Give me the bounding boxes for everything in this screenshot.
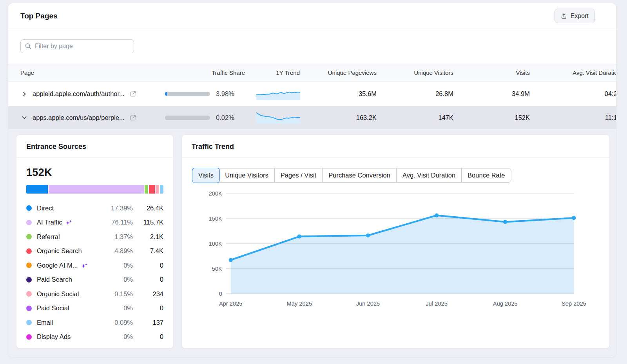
page-link[interactable]: appleid.apple.com/auth/author... xyxy=(33,90,125,98)
chevron-down-icon[interactable] xyxy=(21,114,27,121)
x-axis-label: Jul 2025 xyxy=(426,301,448,307)
tab-unique-visitors[interactable]: Unique Visitors xyxy=(219,168,274,182)
legend-percent: 0% xyxy=(101,333,133,340)
trend-chart-svg: 050K100K150K200KApr 2025May 2025Jun 2025… xyxy=(192,188,599,315)
legend-label: Email xyxy=(37,319,53,326)
ai-sparkles-icon xyxy=(65,219,72,226)
tab-pages-visit[interactable]: Pages / Visit xyxy=(274,168,322,182)
visits-value: 152K xyxy=(458,114,535,121)
legend-percent: 0.15% xyxy=(101,290,133,298)
legend-value: 26.4K xyxy=(133,205,163,212)
page-link[interactable]: apps.apple.com/us/app/perple... xyxy=(33,114,125,121)
traffic-trend-title: Traffic Trend xyxy=(192,143,600,151)
legend-value: 234 xyxy=(133,290,163,298)
tab-bounce-rate[interactable]: Bounce Rate xyxy=(461,168,511,182)
trend-sparkline xyxy=(256,86,300,102)
legend-percent: 1.37% xyxy=(101,233,133,241)
column-header-unique-pageviews: Unique Pageviews xyxy=(307,69,381,76)
trend-chart-point[interactable] xyxy=(503,220,507,224)
legend-label: Organic Social xyxy=(37,290,79,298)
legend-dot xyxy=(26,291,32,297)
top-pages-card: Top Pages Export Page Traffic Share 1Y T… xyxy=(8,3,616,357)
x-axis-label: May 2025 xyxy=(287,301,312,307)
entrance-bar-segment xyxy=(156,185,159,194)
legend-dot xyxy=(26,220,32,225)
traffic-trend-chart: 050K100K150K200KApr 2025May 2025Jun 2025… xyxy=(192,188,599,315)
y-axis-label: 200K xyxy=(209,190,223,197)
unique-visitors-value: 147K xyxy=(381,114,458,121)
tab-purchase-conversion[interactable]: Purchase Conversion xyxy=(322,168,396,182)
legend-item: Display Ads0%0 xyxy=(26,330,163,344)
trend-chart-point[interactable] xyxy=(435,213,439,217)
trend-chart-point[interactable] xyxy=(297,234,301,238)
avg-visit-duration-value: 04:25 xyxy=(535,90,616,98)
legend-percent: 76.11% xyxy=(101,219,133,226)
legend-item: Email0.09%137 xyxy=(26,315,163,330)
legend-item: Google AI M...0%0 xyxy=(26,258,163,273)
traffic-share-value: 3.98% xyxy=(216,90,234,98)
legend-item: AI Traffic76.11%115.7K xyxy=(26,216,163,230)
unique-visitors-value: 26.8M xyxy=(381,90,458,98)
traffic-share-bar xyxy=(165,92,210,96)
entrance-bar-segment xyxy=(49,185,143,194)
legend-value: 0 xyxy=(133,276,163,283)
legend-item: Organic Search4.89%7.4K xyxy=(26,244,163,259)
legend-item: Paid Social0%0 xyxy=(26,301,163,316)
external-link-icon[interactable] xyxy=(130,114,136,121)
legend-value: 0 xyxy=(133,333,163,340)
column-header-visits: Visits xyxy=(458,69,535,76)
tab-visits[interactable]: Visits xyxy=(192,168,219,183)
entrance-bar-segment xyxy=(160,185,163,194)
legend-percent: 17.39% xyxy=(101,205,133,212)
trend-metric-tabs: VisitsUnique VisitorsPages / VisitPurcha… xyxy=(192,168,511,183)
trend-chart-point[interactable] xyxy=(572,216,576,220)
table-row[interactable]: appleid.apple.com/auth/author... 3.98% 3… xyxy=(8,81,616,106)
filter-by-page-input[interactable] xyxy=(20,39,134,53)
entrance-bar-segment xyxy=(145,185,148,194)
table-row-expanded[interactable]: apps.apple.com/us/app/perple... 0.02% 16… xyxy=(8,106,616,129)
table-header-row: Page Traffic Share 1Y Trend Unique Pagev… xyxy=(8,64,616,81)
legend-dot xyxy=(26,320,32,325)
y-axis-label: 50K xyxy=(212,266,222,272)
expanded-row-details: Entrance Sources 152K Direct17.39%26.4KA… xyxy=(8,129,616,357)
legend-item: Paid Search0%0 xyxy=(26,273,163,287)
legend-item: Direct17.39%26.4K xyxy=(26,201,163,216)
trend-chart-point[interactable] xyxy=(229,258,233,262)
x-axis-label: Aug 2025 xyxy=(493,301,518,307)
legend-value: 0 xyxy=(133,262,163,269)
traffic-share-bar xyxy=(165,116,210,120)
legend-dot xyxy=(26,234,32,239)
traffic-share-value: 0.02% xyxy=(216,114,234,121)
legend-dot xyxy=(26,263,32,268)
legend-label: Display Ads xyxy=(37,333,71,340)
chevron-right-icon[interactable] xyxy=(21,91,27,97)
entrance-sources-card: Entrance Sources 152K Direct17.39%26.4KA… xyxy=(16,134,174,349)
legend-percent: 0% xyxy=(101,304,133,312)
legend-label: Referral xyxy=(37,233,60,241)
entrance-sources-stacked-bar xyxy=(26,185,163,194)
traffic-trend-card: Traffic Trend VisitsUnique VisitorsPages… xyxy=(181,134,610,349)
legend-dot xyxy=(26,334,32,340)
trend-chart-point[interactable] xyxy=(366,234,370,237)
x-axis-label: Jun 2025 xyxy=(356,301,380,307)
legend-percent: 4.89% xyxy=(101,247,133,255)
visits-value: 34.9M xyxy=(458,90,535,98)
column-header-traffic-share: Traffic Share xyxy=(165,69,252,76)
top-pages-table: Page Traffic Share 1Y Trend Unique Pagev… xyxy=(8,64,616,357)
page-title: Top Pages xyxy=(20,12,58,20)
export-upload-icon xyxy=(561,13,567,19)
unique-pageviews-value: 35.6M xyxy=(307,90,381,98)
filter-section xyxy=(8,29,616,64)
legend-dot xyxy=(26,306,32,311)
legend-value: 137 xyxy=(133,319,163,326)
y-axis-label: 0 xyxy=(219,291,222,297)
external-link-icon[interactable] xyxy=(130,91,136,97)
export-button-label: Export xyxy=(571,13,589,20)
sparkline-svg xyxy=(256,110,300,124)
entrance-bar-segment xyxy=(26,185,48,194)
trend-sparkline xyxy=(256,110,300,125)
legend-item: Referral1.37%2.1K xyxy=(26,230,163,244)
legend-dot xyxy=(26,205,32,211)
export-button[interactable]: Export xyxy=(555,9,595,23)
tab-avg-visit-duration[interactable]: Avg. Visit Duration xyxy=(396,168,461,182)
